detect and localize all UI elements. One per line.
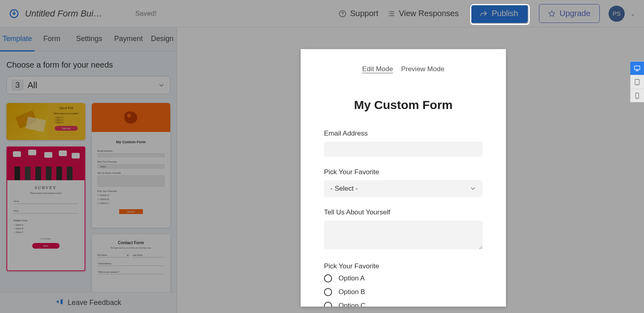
field-favorite[interactable]: Pick Your Favorite - Select - <box>324 168 483 197</box>
support-label: Support <box>350 9 378 18</box>
tmpl3-radio: Option B <box>14 227 78 230</box>
tmpl3-next: Next <box>32 243 60 249</box>
field-email-input[interactable] <box>324 142 483 157</box>
publish-label: Publish <box>492 9 518 18</box>
template-grid: Quick Poll Which option do you prefer? O… <box>6 103 170 292</box>
help-icon <box>339 10 347 18</box>
field-favorite-select[interactable]: - Select - <box>324 180 483 197</box>
radio-option-b[interactable]: Option B <box>324 288 483 296</box>
radio-option-a[interactable]: Option A <box>324 274 483 282</box>
choose-label: Choose a form for your needs <box>6 60 170 70</box>
list-icon <box>387 10 395 18</box>
tab-payment[interactable]: Payment <box>109 27 148 51</box>
tmpl4-q: * What is your question? <box>97 271 165 274</box>
device-switcher <box>630 61 644 102</box>
chevron-down-icon[interactable]: ⌄ <box>630 10 635 17</box>
template-card-custom[interactable]: My Custom Form Email Address Pick Your F… <box>92 103 171 228</box>
mobile-icon <box>634 92 641 99</box>
template-card-quickpoll[interactable]: Quick Poll Which option do you prefer? O… <box>6 103 85 140</box>
topbar: Untitled Form Bui… Saved! Support View R… <box>0 0 644 27</box>
tab-form[interactable]: Form <box>35 27 69 51</box>
radio-label: Option C <box>339 302 365 307</box>
form-canvas: Edit Mode Preview Mode My Custom Form Em… <box>301 49 506 307</box>
radio-icon <box>324 274 332 282</box>
select-value: - Select - <box>330 185 358 193</box>
tablet-icon <box>634 78 641 86</box>
radio-label: Option B <box>339 288 365 296</box>
desktop-icon <box>634 65 641 72</box>
chevron-down-icon <box>158 82 165 89</box>
field-email[interactable]: Email Address <box>324 130 483 157</box>
radio-option-c[interactable]: Option C <box>324 302 483 307</box>
template-card-contact[interactable]: Contact Form We'll get back to you withi… <box>92 234 171 292</box>
publish-button[interactable]: Publish <box>470 4 528 23</box>
saved-status: Saved! <box>135 10 157 18</box>
field-favorite2-label: Pick Your Favorite <box>324 262 483 270</box>
svg-point-4 <box>637 83 637 84</box>
device-tablet[interactable] <box>630 75 644 89</box>
tmpl4-email: * Email Address <box>97 262 165 266</box>
tmpl4-title: Contact Form <box>97 241 165 245</box>
mode-tabs: Edit Mode Preview Mode <box>301 65 506 74</box>
template-card-survey[interactable]: SURVEY Please answer the questions below… <box>6 146 85 271</box>
svg-point-6 <box>637 97 637 97</box>
field-favorite-label: Pick Your Favorite <box>324 168 483 176</box>
tmpl3-sect: Multiple Choice <box>14 219 78 222</box>
tmpl2-lbl: Email Address <box>97 150 165 152</box>
side-panel: Template Form Settings Payment Design Ch… <box>0 27 177 313</box>
field-about-label: Tell Us About Yourself <box>324 208 483 216</box>
support-link[interactable]: Support <box>339 9 378 18</box>
tmpl4-sub: We'll get back to you within one busines… <box>97 247 165 249</box>
share-icon <box>480 10 488 18</box>
tmpl4-ln: Last Name <box>133 254 165 257</box>
side-tabs: Template Form Settings Payment Design <box>0 27 177 51</box>
user-avatar[interactable]: PS <box>609 6 625 22</box>
device-desktop[interactable] <box>630 61 644 75</box>
app-logo-icon <box>9 8 19 19</box>
tmpl3-fld: Name <box>14 200 78 204</box>
tmpl1-btn: Vote Now <box>55 126 78 131</box>
tmpl2-submit: Submit <box>119 209 143 214</box>
upgrade-label: Upgrade <box>559 9 590 18</box>
radio-icon <box>324 288 332 296</box>
tmpl2-radio: Option C <box>97 202 165 204</box>
tmpl2-radio: Option B <box>97 198 165 200</box>
tab-template[interactable]: Template <box>0 27 35 51</box>
mode-edit[interactable]: Edit Mode <box>362 65 393 74</box>
tab-settings[interactable]: Settings <box>69 27 109 51</box>
tmpl2-lbl: Pick Your Favorite <box>97 161 165 163</box>
feedback-label: Leave Feedback <box>68 299 121 307</box>
device-mobile[interactable] <box>630 89 644 102</box>
calendar-icon: ▦ <box>127 254 129 256</box>
tmpl3-title: SURVEY <box>14 185 78 190</box>
field-about[interactable]: Tell Us About Yourself <box>324 208 483 251</box>
filter-label: All <box>27 80 37 91</box>
tmpl2-title: My Custom Form <box>97 140 165 144</box>
view-responses-link[interactable]: View Responses <box>387 9 459 18</box>
tmpl1-title: Quick Poll <box>59 106 73 110</box>
filter-count-badge: 3 <box>12 80 23 91</box>
megaphone-icon <box>56 298 64 308</box>
form-title-editable[interactable]: Untitled Form Bui… <box>25 8 102 19</box>
template-filter-dropdown[interactable]: 3 All <box>6 76 170 94</box>
mode-preview[interactable]: Preview Mode <box>401 65 444 74</box>
radio-label: Option A <box>339 274 365 282</box>
radio-icon <box>324 302 332 307</box>
field-email-label: Email Address <box>324 130 483 138</box>
field-favorite-radio[interactable]: Pick Your Favorite Option A Option B Opt… <box>324 262 483 307</box>
form-heading[interactable]: My Custom Form <box>301 98 506 112</box>
upgrade-button[interactable]: Upgrade <box>539 4 600 23</box>
tab-design[interactable]: Design <box>148 27 177 51</box>
view-responses-label: View Responses <box>399 9 459 18</box>
tmpl1-q: Which option do you prefer? <box>54 112 79 115</box>
tmpl3-sub: Please answer the questions below <box>14 192 78 194</box>
tmpl1-opt: Option 3 <box>54 121 63 124</box>
star-icon <box>548 10 555 17</box>
tmpl2-radio: Option A <box>97 194 165 196</box>
field-about-textarea[interactable] <box>324 220 483 249</box>
tmpl3-page: 1 of 2 pages <box>14 237 78 240</box>
leave-feedback-button[interactable]: Leave Feedback <box>0 292 177 313</box>
tmpl2-lbl: Pick Your Favorite <box>97 190 165 192</box>
svg-rect-2 <box>634 66 640 70</box>
publish-highlight-inner: Publish <box>468 2 530 25</box>
